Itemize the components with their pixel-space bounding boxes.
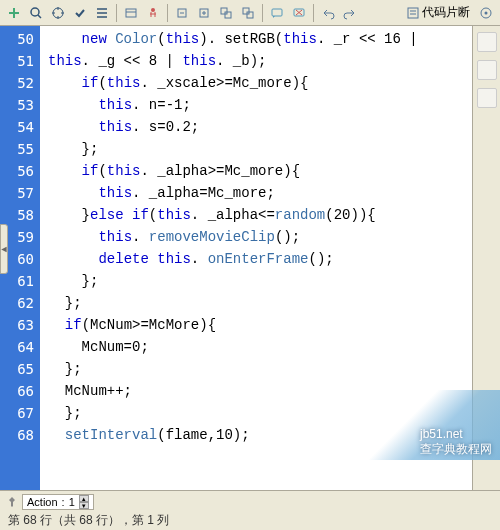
line-number: 55 xyxy=(0,138,34,160)
code-line[interactable]: }; xyxy=(48,358,472,380)
toolbar-separator xyxy=(116,4,117,22)
show-code-hint-icon[interactable] xyxy=(121,3,141,23)
line-number: 67 xyxy=(0,402,34,424)
redo-icon[interactable] xyxy=(340,3,360,23)
toolbar-separator xyxy=(313,4,314,22)
code-line[interactable]: }; xyxy=(48,138,472,160)
stepper-down-icon[interactable]: ▼ xyxy=(79,502,89,509)
actions-value: 1 xyxy=(69,496,75,508)
panel-tab[interactable] xyxy=(477,88,497,108)
status-bar: 第 68 行（共 68 行），第 1 列 xyxy=(0,512,500,530)
code-line[interactable]: this. s=0.2; xyxy=(48,116,472,138)
toolbar-right: 代码片断 xyxy=(406,3,496,23)
line-number: 66 xyxy=(0,380,34,402)
code-line[interactable]: new Color(this). setRGB(this. _r << 16 | xyxy=(48,28,472,50)
line-number: 65 xyxy=(0,358,34,380)
right-panel-strip xyxy=(472,26,500,490)
svg-point-0 xyxy=(31,8,39,16)
code-line[interactable]: McNum++; xyxy=(48,380,472,402)
svg-rect-7 xyxy=(225,12,231,18)
code-snippet-button[interactable]: 代码片断 xyxy=(406,4,470,21)
expand-icon[interactable] xyxy=(194,3,214,23)
line-number: 68 xyxy=(0,424,34,446)
line-number: 51 xyxy=(0,50,34,72)
auto-format-icon[interactable] xyxy=(92,3,112,23)
svg-rect-6 xyxy=(221,8,227,14)
code-line[interactable]: McNum=0; xyxy=(48,336,472,358)
code-line[interactable]: if(this. _xscale>=Mc_more){ xyxy=(48,72,472,94)
code-line[interactable]: if(McNum>=McMore){ xyxy=(48,314,472,336)
code-line[interactable]: this. _alpha=Mc_more; xyxy=(48,182,472,204)
svg-point-3 xyxy=(151,8,155,12)
collapse-icon[interactable] xyxy=(172,3,192,23)
panel-collapse-handle[interactable]: ◄ xyxy=(0,224,8,274)
find-icon[interactable] xyxy=(26,3,46,23)
svg-rect-8 xyxy=(243,8,249,14)
debug-options-icon[interactable] xyxy=(143,3,163,23)
code-line[interactable]: this. _g << 8 | this. _b); xyxy=(48,50,472,72)
code-line[interactable]: }else if(this. _alpha<=random(20)){ xyxy=(48,204,472,226)
editor-main: ◄ 50515253545556575859606162636465666768… xyxy=(0,26,500,490)
svg-rect-10 xyxy=(272,9,282,16)
line-number: 57 xyxy=(0,182,34,204)
code-line[interactable]: }; xyxy=(48,270,472,292)
toolbar-separator xyxy=(167,4,168,22)
code-editor[interactable]: new Color(this). setRGB(this. _r << 16 |… xyxy=(40,26,472,490)
line-number: 52 xyxy=(0,72,34,94)
line-number: 53 xyxy=(0,94,34,116)
stepper-up-icon[interactable]: ▲ xyxy=(79,495,89,502)
line-number: 54 xyxy=(0,116,34,138)
svg-rect-2 xyxy=(126,9,136,17)
code-line[interactable]: delete this. onEnterFrame(); xyxy=(48,248,472,270)
undo-icon[interactable] xyxy=(318,3,338,23)
check-syntax-icon[interactable] xyxy=(70,3,90,23)
code-line[interactable] xyxy=(48,446,472,468)
toolbar: 代码片断 xyxy=(0,0,500,26)
line-number: 63 xyxy=(0,314,34,336)
options-icon[interactable] xyxy=(476,3,496,23)
comment-icon[interactable] xyxy=(267,3,287,23)
toolbar-separator xyxy=(262,4,263,22)
code-snippet-label: 代码片断 xyxy=(422,4,470,21)
target-icon[interactable] xyxy=(48,3,68,23)
svg-point-14 xyxy=(485,11,488,14)
actions-selector[interactable]: Action : 1 ▲ ▼ xyxy=(22,494,94,510)
code-line[interactable]: this. n=-1; xyxy=(48,94,472,116)
panel-tab[interactable] xyxy=(477,32,497,52)
code-line[interactable]: setInterval(flame,10); xyxy=(48,424,472,446)
line-number: 56 xyxy=(0,160,34,182)
line-number: 62 xyxy=(0,292,34,314)
code-line[interactable]: this. removeMovieClip(); xyxy=(48,226,472,248)
uncomment-icon[interactable] xyxy=(289,3,309,23)
bottom-bar: Action : 1 ▲ ▼ xyxy=(0,490,500,512)
svg-rect-12 xyxy=(408,8,418,18)
add-script-icon[interactable] xyxy=(4,3,24,23)
svg-rect-9 xyxy=(247,12,253,18)
code-line[interactable]: }; xyxy=(48,292,472,314)
line-number: 58 xyxy=(0,204,34,226)
line-number: 64 xyxy=(0,336,34,358)
code-line[interactable]: if(this. _alpha>=Mc_more){ xyxy=(48,160,472,182)
cursor-position-status: 第 68 行（共 68 行），第 1 列 xyxy=(8,513,169,527)
actions-stepper[interactable]: ▲ ▼ xyxy=(79,495,89,509)
code-line[interactable]: }; xyxy=(48,402,472,424)
pin-icon[interactable] xyxy=(6,496,18,508)
actions-label: Action xyxy=(27,496,58,508)
collapse-all-icon[interactable] xyxy=(216,3,236,23)
expand-all-icon[interactable] xyxy=(238,3,258,23)
line-number: 50 xyxy=(0,28,34,50)
panel-tab[interactable] xyxy=(477,60,497,80)
